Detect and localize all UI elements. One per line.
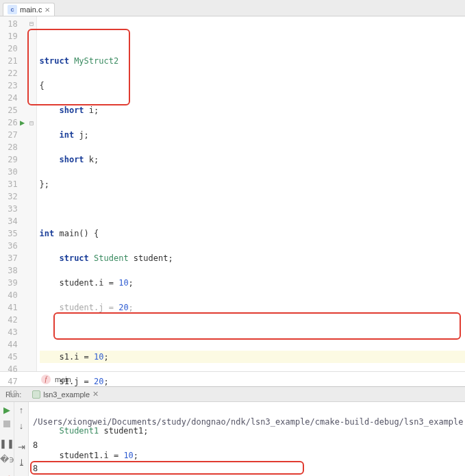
- indicator-gutter: ▶: [18, 16, 27, 371]
- pause-button[interactable]: ❚❚: [0, 438, 14, 449]
- line-gutter: 1819202122232425262728293031323334353637…: [0, 16, 18, 371]
- soft-wrap-button[interactable]: ⇥: [14, 442, 28, 452]
- run-toolbar-left: ▶ ❚❚ �϶ 📌: [0, 402, 14, 476]
- run-toolbar-right: ↑ ↓ ⇥ ⤓ 🖶: [14, 402, 29, 476]
- fold-gutter: ⊟ ⊟: [27, 16, 37, 371]
- console-output[interactable]: /Users/xiongwei/Documents/study/dongnao/…: [29, 402, 465, 476]
- c-file-icon: c: [8, 5, 17, 14]
- exit-button[interactable]: �϶: [0, 454, 14, 464]
- fold-icon[interactable]: ⊟: [29, 117, 34, 129]
- editor: 1819202122232425262728293031323334353637…: [0, 16, 465, 371]
- file-tab-main-c[interactable]: c main.c ✕: [3, 3, 55, 16]
- console-line: 8: [33, 440, 464, 451]
- console-line: 8: [33, 463, 464, 475]
- scroll-up-button[interactable]: ↑: [14, 405, 28, 415]
- file-tab-label: main.c: [20, 5, 42, 14]
- fold-icon[interactable]: ⊟: [29, 18, 34, 30]
- editor-tabbar: c main.c ✕: [0, 0, 465, 16]
- scroll-down-button[interactable]: ↓: [14, 421, 28, 431]
- code-area[interactable]: struct MyStruct2 { short i; int j; short…: [37, 16, 465, 371]
- run-marker-icon[interactable]: ▶: [18, 116, 27, 129]
- close-icon[interactable]: ✕: [45, 6, 50, 14]
- console-path: /Users/xiongwei/Documents/study/dongnao/…: [33, 416, 464, 428]
- stop-button[interactable]: [0, 421, 14, 427]
- rerun-button[interactable]: ▶: [0, 405, 14, 415]
- scroll-to-end-button[interactable]: ⤓: [14, 458, 28, 468]
